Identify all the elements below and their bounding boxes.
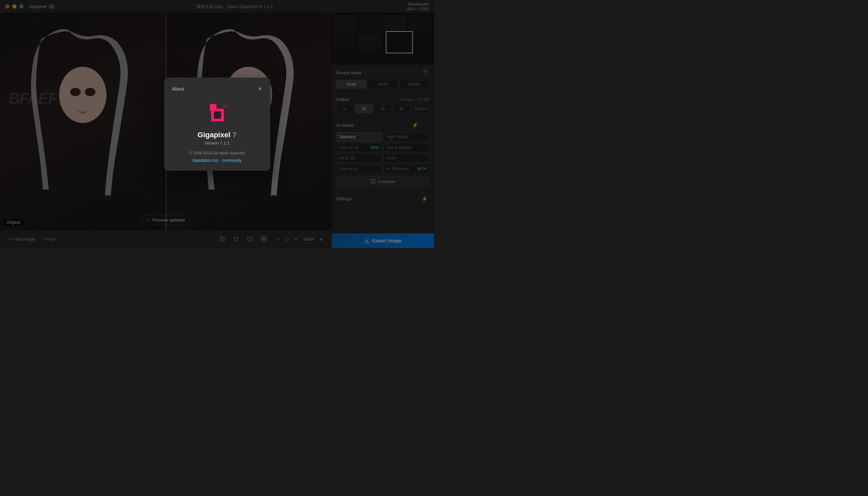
svg-text:TM: TM xyxy=(222,105,227,108)
dialog-title: About xyxy=(172,86,184,92)
dialog-close-button[interactable]: × xyxy=(258,86,262,92)
community-link[interactable]: community xyxy=(222,158,242,163)
dialog-version: Version 7.1.1 xyxy=(172,141,262,145)
dialog-copyright: © 2009-2024 All rights reserved xyxy=(172,151,262,155)
svg-rect-35 xyxy=(214,111,221,119)
dialog-overlay[interactable]: About × TM Gigapixel xyxy=(0,0,434,248)
dialog-content: TM Gigapixel 7 Version 7.1.1 © 2009-2024… xyxy=(172,99,262,163)
dialog-links: topazlabs.com community xyxy=(172,158,262,163)
dialog-app-name: Gigapixel 7 xyxy=(172,130,262,139)
topaz-logo: TM xyxy=(204,99,230,125)
about-dialog: About × TM Gigapixel xyxy=(164,78,270,171)
topazlabs-link[interactable]: topazlabs.com xyxy=(192,158,218,163)
dialog-header: About × xyxy=(172,86,262,92)
